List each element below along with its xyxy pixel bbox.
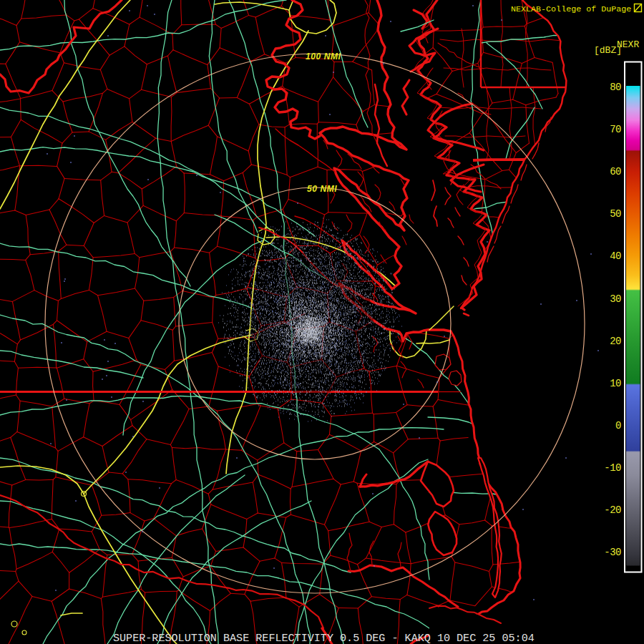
svg-text:60: 60 — [610, 166, 621, 177]
svg-text:100 NMI: 100 NMI — [306, 52, 341, 62]
svg-text:-20: -20 — [604, 504, 621, 516]
svg-text:80: 80 — [610, 82, 621, 93]
svg-text:NEXLAB-College of DuPage: NEXLAB-College of DuPage — [511, 4, 631, 14]
svg-text:20: 20 — [610, 336, 621, 347]
svg-text:30: 30 — [610, 293, 621, 305]
svg-text:-30: -30 — [604, 547, 621, 558]
svg-text:50 NMI: 50 NMI — [307, 184, 337, 194]
svg-text:SUPER-RESOLUTION BASE REFLECTI: SUPER-RESOLUTION BASE REFLECTIVITY 0.5 D… — [113, 632, 535, 644]
svg-text:-10: -10 — [604, 462, 621, 474]
svg-text:10: 10 — [610, 378, 621, 389]
svg-text:40: 40 — [610, 250, 621, 262]
svg-text:50: 50 — [610, 208, 621, 220]
svg-text:[dBZ]: [dBZ] — [594, 45, 622, 56]
svg-text:0: 0 — [615, 420, 621, 431]
svg-text:70: 70 — [610, 124, 621, 135]
